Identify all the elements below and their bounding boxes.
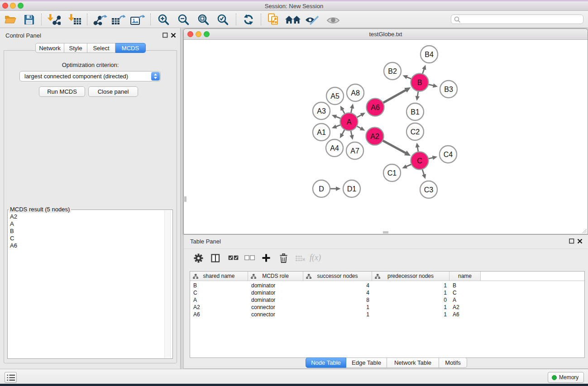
table-cell[interactable]: dominator: [248, 296, 303, 304]
export-image-icon[interactable]: [130, 14, 145, 27]
mcds-result-item[interactable]: B: [8, 228, 162, 235]
table-cell[interactable]: 4: [303, 282, 372, 289]
table-cell[interactable]: 0: [372, 296, 449, 304]
table-cell[interactable]: 8: [303, 296, 372, 304]
graph-node-C4[interactable]: C4: [440, 146, 457, 163]
tab-mcds[interactable]: MCDS: [115, 43, 146, 53]
add-row-icon[interactable]: [262, 253, 271, 264]
graph-node-C1[interactable]: C1: [383, 164, 401, 181]
table-cell[interactable]: C: [190, 289, 248, 296]
table-cell[interactable]: C: [449, 289, 481, 296]
tab-select[interactable]: Select: [87, 43, 115, 53]
delete-row-icon[interactable]: [279, 253, 288, 264]
table-cell[interactable]: 1: [372, 289, 449, 296]
table-row[interactable]: A2connector11A2: [190, 304, 584, 311]
horizontal-scroll-thumb[interactable]: [383, 231, 388, 234]
import-network-icon[interactable]: [47, 14, 61, 27]
graph-node-C2[interactable]: C2: [406, 123, 424, 140]
table-row[interactable]: Bdominator41B: [190, 282, 584, 289]
table-cell[interactable]: A2: [449, 304, 481, 311]
tab-motifs[interactable]: Motifs: [439, 357, 467, 368]
graph-node-A[interactable]: A: [340, 113, 358, 131]
network-graph-canvas[interactable]: B4B2BB3A5A8A6A3B1AA1C2A2A4A7C4CC1C3DD1: [184, 40, 588, 234]
tab-style[interactable]: Style: [64, 43, 87, 53]
graph-node-B4[interactable]: B4: [421, 46, 438, 63]
mcds-result-item[interactable]: A6: [8, 242, 162, 249]
table-cell[interactable]: A: [190, 296, 248, 304]
graph-edge-A6-B[interactable]: [383, 90, 406, 103]
show-graphics-details-icon[interactable]: [326, 16, 340, 26]
table-cell[interactable]: connector: [248, 304, 303, 311]
zoom-selected-icon[interactable]: [217, 14, 229, 27]
table-cell[interactable]: A6: [190, 311, 248, 318]
table-row[interactable]: Cdominator41C: [190, 289, 584, 296]
column-header-successor-nodes[interactable]: successor nodes: [303, 272, 372, 281]
graph-node-B2[interactable]: B2: [384, 62, 401, 80]
float-table-panel-icon[interactable]: [569, 238, 574, 245]
import-table-icon[interactable]: [68, 14, 81, 27]
select-all-icon[interactable]: [228, 255, 239, 262]
table-settings-gear-icon[interactable]: [194, 253, 203, 264]
memory-button[interactable]: Memory: [548, 372, 584, 383]
show-all-networks-icon[interactable]: [285, 15, 301, 26]
network-window-titlebar[interactable]: testGlobe.txt: [184, 29, 588, 40]
graph-node-D1[interactable]: D1: [343, 180, 360, 197]
deselect-all-icon[interactable]: [244, 255, 255, 262]
graph-node-B[interactable]: B: [411, 74, 429, 91]
table-cell[interactable]: 1: [372, 311, 449, 318]
table-cell[interactable]: dominator: [248, 282, 303, 289]
graph-node-C3[interactable]: C3: [420, 181, 437, 198]
graph-node-A4[interactable]: A4: [326, 139, 343, 157]
table-cell[interactable]: 1: [303, 304, 372, 311]
graph-node-A1[interactable]: A1: [313, 124, 330, 141]
zoom-fit-icon[interactable]: [197, 14, 210, 27]
table-row[interactable]: Adominator80A: [190, 296, 584, 304]
clone-network-icon[interactable]: [268, 13, 280, 27]
close-panel-button[interactable]: Close panel: [88, 86, 138, 97]
table-cell[interactable]: A: [449, 296, 481, 304]
graph-node-A2[interactable]: A2: [366, 128, 384, 145]
show-column-icon[interactable]: [211, 254, 220, 264]
function-builder-icon[interactable]: f(x): [310, 253, 321, 262]
close-table-panel-icon[interactable]: [577, 238, 583, 245]
graph-edge-C-C3[interactable]: [422, 169, 424, 175]
graph-node-B3[interactable]: B3: [440, 81, 457, 98]
table-cell[interactable]: 4: [303, 289, 372, 296]
table-cell[interactable]: A2: [190, 304, 248, 311]
task-history-button[interactable]: [5, 372, 17, 383]
hide-graphics-details-icon[interactable]: [305, 15, 320, 27]
table-cell[interactable]: 1: [372, 304, 449, 311]
table-row[interactable]: A6connector11A6: [190, 311, 584, 318]
refresh-icon[interactable]: [243, 14, 254, 27]
table-cell[interactable]: B: [190, 282, 248, 289]
mcds-result-item[interactable]: A: [8, 220, 162, 228]
table-cell[interactable]: A6: [449, 311, 481, 318]
tab-network[interactable]: Network: [35, 43, 64, 53]
criterion-dropdown[interactable]: largest connected component (directed): [19, 71, 161, 81]
float-panel-icon[interactable]: [163, 33, 168, 39]
mcds-result-item[interactable]: A2: [8, 213, 162, 220]
zoom-in-icon[interactable]: [158, 14, 170, 27]
result-scrollbar[interactable]: [164, 210, 171, 358]
graph-node-A5[interactable]: A5: [326, 87, 344, 105]
column-header-MCDS-role[interactable]: MCDS role: [248, 272, 303, 281]
tab-network-table[interactable]: Network Table: [387, 357, 439, 368]
open-session-icon[interactable]: [5, 14, 16, 26]
zoom-out-icon[interactable]: [177, 14, 190, 27]
close-panel-icon[interactable]: [171, 33, 176, 39]
column-header-shared-name[interactable]: shared name: [190, 272, 248, 281]
table-cell[interactable]: B: [449, 282, 481, 289]
tab-edge-table[interactable]: Edge Table: [346, 357, 387, 368]
table-cell[interactable]: 1: [372, 282, 449, 289]
search-input[interactable]: [462, 15, 580, 23]
graph-edge-A2-C[interactable]: [383, 141, 406, 153]
vertical-scroll-thumb[interactable]: [184, 196, 186, 202]
table-cell[interactable]: dominator: [248, 289, 303, 296]
graph-node-A7[interactable]: A7: [346, 142, 363, 159]
tab-node-table[interactable]: Node Table: [306, 357, 346, 368]
graph-node-A3[interactable]: A3: [313, 102, 330, 119]
run-mcds-button[interactable]: Run MCDS: [39, 86, 85, 97]
graph-node-B1[interactable]: B1: [406, 103, 424, 120]
graph-node-D[interactable]: D: [313, 180, 330, 197]
graph-edge-C-C1[interactable]: [406, 164, 411, 167]
